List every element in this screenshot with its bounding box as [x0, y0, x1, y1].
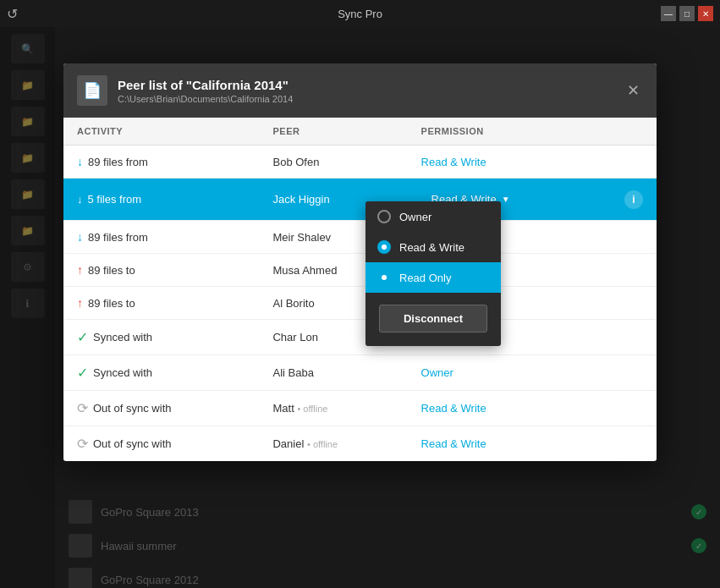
table-row: ⟳ Out of sync with Daniel • offline Read…: [63, 426, 657, 462]
modal-title-group: Peer list of "California 2014" C:\Users\…: [118, 78, 613, 104]
action-cell: [611, 355, 657, 391]
col-action: [611, 118, 657, 146]
peer-cell: Bob Ofen: [259, 146, 407, 179]
permission-link[interactable]: Read & Write: [421, 402, 486, 415]
option-label: Owner: [399, 211, 431, 223]
permission-link[interactable]: Owner: [421, 366, 453, 379]
action-cell: [611, 221, 657, 254]
disconnect-button[interactable]: Disconnect: [379, 305, 487, 332]
activity-text: 89 files to: [88, 297, 135, 310]
dropdown-option-readwrite[interactable]: Read & Write: [365, 232, 501, 262]
maximize-button[interactable]: □: [679, 6, 695, 21]
disconnect-container: Disconnect: [365, 293, 501, 346]
download-arrow-icon: ↓: [77, 193, 83, 206]
minimize-button[interactable]: —: [661, 6, 676, 21]
refresh-button[interactable]: ↺: [7, 6, 18, 22]
permission-cell: Read & Write: [408, 426, 611, 462]
activity-cell: ↓ 89 files from: [63, 146, 259, 179]
col-permission: PERMISSION: [408, 118, 611, 146]
offline-label: • offline: [307, 439, 338, 449]
peer-cell: Daniel • offline: [259, 426, 407, 462]
offline-label: • offline: [297, 404, 327, 414]
activity-text: Synced with: [93, 331, 152, 343]
modal-header: 📄 Peer list of "California 2014" C:\User…: [63, 63, 657, 118]
radio-owner: [377, 210, 391, 223]
table-row: ✓ Synced with Ali Baba Owner: [63, 355, 657, 391]
peer-table: ACTIVITY PEER PERMISSION ↓ 89 files from…: [63, 118, 657, 461]
activity-cell: ↓ 5 files from: [63, 179, 259, 221]
info-button[interactable]: i: [624, 190, 643, 209]
peer-name: Daniel: [272, 437, 304, 450]
table-row-active: ↓ 5 files from Jack Higgin Read & Write …: [63, 179, 657, 221]
action-cell: [611, 391, 657, 426]
action-cell: [611, 426, 657, 462]
upload-arrow-icon: ↑: [77, 296, 83, 310]
activity-text: 89 files to: [88, 264, 135, 277]
table-body: ↓ 89 files from Bob Ofen Read & Write ↓ …: [63, 146, 657, 462]
radio-readwrite: [377, 240, 391, 254]
radio-readonly: [377, 271, 391, 284]
activity-cell: ✓ Synced with: [63, 320, 259, 355]
action-cell: [611, 320, 657, 355]
table-header: ACTIVITY PEER PERMISSION: [63, 118, 657, 146]
permission-cell: Owner: [408, 355, 611, 391]
action-cell: [611, 254, 657, 287]
app-title: Sync Pro: [338, 8, 382, 20]
upload-arrow-icon: ↑: [77, 263, 83, 277]
dropdown-option-owner[interactable]: Owner: [365, 201, 501, 232]
table-row: ↑ 89 files to Al Borito: [63, 287, 657, 320]
download-arrow-icon: ↓: [77, 230, 83, 244]
peer-name: Matt: [272, 402, 294, 415]
modal-folder-icon: 📄: [77, 75, 107, 106]
table-row: ↓ 89 files from Bob Ofen Read & Write: [63, 146, 657, 179]
sync-check-icon: ✓: [77, 365, 88, 381]
col-peer: PEER: [259, 118, 407, 146]
title-bar: ↺ Sync Pro — □ ✕: [0, 0, 720, 27]
activity-cell: ↑ 89 files to: [63, 287, 259, 320]
modal-title: Peer list of "California 2014": [118, 78, 613, 92]
activity-cell: ↓ 89 files from: [63, 221, 259, 254]
peer-cell: Matt • offline: [259, 391, 407, 426]
window-close-button[interactable]: ✕: [698, 6, 713, 21]
peer-list-modal: 📄 Peer list of "California 2014" C:\User…: [63, 63, 657, 461]
permission-link[interactable]: Read & Write: [421, 437, 486, 450]
table-row: ↓ 89 files from Meir Shalev: [63, 221, 657, 254]
option-label: Read & Write: [399, 241, 464, 254]
activity-text: 5 files from: [88, 193, 142, 206]
info-cell: i: [611, 179, 657, 221]
chevron-down-icon: ▼: [502, 195, 510, 204]
permission-link[interactable]: Read & Write: [421, 156, 486, 168]
action-cell: [611, 146, 657, 179]
activity-cell: ✓ Synced with: [63, 355, 259, 391]
dropdown-option-readonly[interactable]: Read Only: [365, 262, 501, 293]
permission-cell: Read & Write: [408, 146, 611, 179]
activity-text: Synced with: [93, 366, 152, 379]
out-of-sync-icon: ⟳: [77, 436, 88, 452]
permission-cell: Read & Write: [408, 391, 611, 426]
activity-text: 89 files from: [88, 156, 148, 168]
activity-cell: ↑ 89 files to: [63, 254, 259, 287]
activity-text: Out of sync with: [93, 402, 171, 415]
peer-cell: Ali Baba: [259, 355, 407, 391]
permission-dropdown-menu: Owner Read & Write Read Only Disconnect: [365, 201, 501, 346]
sync-check-icon: ✓: [77, 329, 88, 345]
activity-cell: ⟳ Out of sync with: [63, 426, 259, 462]
download-arrow-icon: ↓: [77, 155, 83, 168]
window-controls: — □ ✕: [661, 6, 713, 21]
activity-text: 89 files from: [88, 231, 148, 244]
action-cell: [611, 287, 657, 320]
table-row: ✓ Synced with Char Lon: [63, 320, 657, 355]
col-activity: ACTIVITY: [63, 118, 259, 146]
table-row: ↑ 89 files to Musa Ahmed: [63, 254, 657, 287]
activity-text: Out of sync with: [93, 437, 171, 450]
option-label: Read Only: [399, 272, 451, 284]
modal-subtitle: C:\Users\Brian\Documents\California 2014: [118, 94, 613, 104]
out-of-sync-icon: ⟳: [77, 400, 88, 416]
table-row: ⟳ Out of sync with Matt • offline Read &…: [63, 391, 657, 426]
activity-cell: ⟳ Out of sync with: [63, 391, 259, 426]
modal-close-button[interactable]: ✕: [624, 78, 643, 103]
